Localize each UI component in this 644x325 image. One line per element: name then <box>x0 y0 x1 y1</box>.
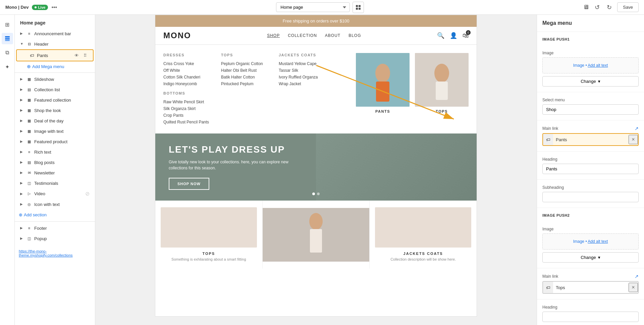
main-link-input-wrapper: 🏷 × <box>542 133 639 146</box>
live-dot <box>35 6 37 8</box>
collection-grid-preview: TOPS Something is exhilarating about a s… <box>155 201 477 269</box>
menu-link-wrap[interactable]: Wrap Jacket <box>279 80 326 87</box>
add-section-button[interactable]: ⊕ Add section <box>15 210 95 220</box>
sidebar-item-testimonials[interactable]: ▶ ◫ Testimonials <box>16 178 94 188</box>
sidebar-item-rich-text[interactable]: ▶ ≡ Rich text <box>16 147 94 157</box>
sidebar-item-popup[interactable]: ▶ ◫ Popup <box>16 233 94 243</box>
image-push1-placeholder[interactable]: Image • Add alt text <box>542 57 639 73</box>
menu-link-pintucked[interactable]: Pintucked Peplum <box>221 80 268 87</box>
sidebar-item-collection-list[interactable]: ▶ ▤ Collection list <box>16 85 94 95</box>
menu-link-peplum[interactable]: Peplum Organic Cotton <box>221 60 268 67</box>
sidebar-apps-icon[interactable]: ⧉ <box>2 47 13 58</box>
sidebar-item-slideshow[interactable]: ▶ ▦ Slideshow <box>16 74 94 84</box>
sidebar-item-newsletter[interactable]: ▶ ✉ Newsletter <box>16 168 94 178</box>
slideshow-cta-button[interactable]: SHOP NOW <box>169 178 209 190</box>
main-link2-input[interactable] <box>553 283 629 292</box>
image-push2-alt-text-link[interactable]: Add alt text <box>588 239 608 244</box>
sidebar-item-announcement-bar[interactable]: ▶ ≡ Announcement bar <box>16 29 94 39</box>
menu-link-cotton-silk[interactable]: Cotton Silk Chanderi <box>163 74 210 80</box>
menu-col-jackets-title: JACKETS COATS <box>279 53 326 57</box>
expand-icon: ▼ <box>20 42 24 46</box>
sidebar-item-icon-with-text[interactable]: ▶ ◎ Icon with text <box>16 199 94 209</box>
featured-product-label: Featured product <box>34 139 90 144</box>
more-menu-button[interactable]: ••• <box>51 4 57 10</box>
expand-icon: ▶ <box>20 119 24 123</box>
select-menu-input[interactable] <box>542 104 639 115</box>
sidebar-item-image-with-text[interactable]: ▶ ▦ Image with text <box>16 126 94 136</box>
account-icon[interactable]: 👤 <box>450 32 457 39</box>
popup-icon: ◫ <box>26 235 32 241</box>
link-input-icon: 🏷 <box>543 134 553 145</box>
image-push1-change-button[interactable]: Change ▾ <box>542 76 639 87</box>
nav-blog[interactable]: BLOG <box>348 33 361 38</box>
menu-link-batik[interactable]: Batik Halter Cotton <box>221 74 268 80</box>
slide-dot-2[interactable] <box>317 193 320 195</box>
sidebar-dashboard-icon[interactable]: ⊞ <box>2 19 13 30</box>
link2-input-icon: 🏷 <box>543 282 553 293</box>
menu-link-off-white[interactable]: Off White <box>163 67 210 74</box>
menu-link-criss-cross[interactable]: Criss Cross Yoke <box>163 60 210 67</box>
svg-rect-4 <box>5 36 10 38</box>
image-push1-alt-text-link[interactable]: Add alt text <box>588 63 608 68</box>
menu-link-ivory[interactable]: Ivory Ruffled Organza <box>279 74 326 80</box>
add-mega-menu-button[interactable]: ⊕ Add Mega menu <box>15 62 95 71</box>
undo-button[interactable]: ↺ <box>592 2 602 13</box>
slide-dot-1[interactable] <box>312 193 315 195</box>
external-link2-icon[interactable]: ↗ <box>635 274 639 279</box>
mega-menu-preview: DRESSES Criss Cross Yoke Off White Cotto… <box>155 45 477 133</box>
desktop-preview-icon[interactable]: 🖥 <box>583 4 589 11</box>
grid-view-button[interactable] <box>353 2 364 13</box>
sidebar-item-footer[interactable]: ▶ ≡ Footer <box>16 223 94 233</box>
sidebar-item-deal-of-the-day[interactable]: ▶ ▦ Deal of the day <box>16 116 94 126</box>
menu-link-crop-pants[interactable]: Crop Pants <box>163 112 210 119</box>
nav-about[interactable]: ABOUT <box>325 33 340 38</box>
heading2-section: Heading <box>537 300 644 325</box>
sidebar-item-blog-posts[interactable]: ▶ ▤ Blog posts <box>16 157 94 167</box>
main-link2-row: Main link ↗ <box>542 274 639 279</box>
sidebar-theme-icon[interactable]: ✦ <box>2 61 13 72</box>
search-icon[interactable]: 🔍 <box>437 32 444 39</box>
menu-link-raw-white[interactable]: Raw White Pencil Skirt <box>163 99 210 105</box>
video-eye-icon[interactable]: ⊘ <box>85 191 90 197</box>
image-push2-image-label: Image <box>542 227 639 231</box>
sidebar-item-featured-product[interactable]: ▶ ▦ Featured product <box>16 137 94 147</box>
video-icon: ▷ <box>26 191 32 197</box>
sidebar-item-pants[interactable]: 🏷 Pants 👁 ⠿ <box>16 49 94 61</box>
sidebar-sections-icon[interactable] <box>2 33 13 44</box>
menu-link-quilted[interactable]: Quilted Rust Pencil Pants <box>163 119 210 125</box>
store-url-link[interactable]: https://the-mono-theme.myshopify.com/col… <box>15 247 95 260</box>
image-push2-change-button[interactable]: Change ▾ <box>542 252 639 263</box>
nav-collection[interactable]: COLLECTION <box>288 33 317 38</box>
featured-collection-label: Featured collection <box>34 98 90 103</box>
external-link-icon[interactable]: ↗ <box>635 126 639 131</box>
image-push2-placeholder[interactable]: Image • Add alt text <box>542 233 639 250</box>
menu-link-mustard[interactable]: Mustard Yellow Cape <box>279 60 326 67</box>
pants-visibility-button[interactable]: 👁 <box>73 52 80 59</box>
nav-shop[interactable]: SHOP <box>267 33 280 38</box>
pants-drag-button[interactable]: ⠿ <box>82 52 89 59</box>
menu-link-indigo[interactable]: Indigo Honeycomb <box>163 80 210 87</box>
save-button[interactable]: Save <box>617 2 639 12</box>
preview-area: Free shipping on orders over $100 MONO S… <box>95 15 537 325</box>
cart-icon[interactable]: 🛍 0 <box>463 32 469 39</box>
menu-link-halter[interactable]: Halter Obi Belt Rust <box>221 67 268 74</box>
heading2-input[interactable] <box>542 312 639 322</box>
main-link2-clear-button[interactable]: × <box>629 283 638 292</box>
expand-icon: ▶ <box>20 77 24 81</box>
menu-link-silk-organza[interactable]: Silk Organza Skirt <box>163 105 210 112</box>
sidebar-item-header[interactable]: ▼ ⊟ Header <box>16 39 94 49</box>
undo-redo-group: ↺ ↻ <box>592 2 614 13</box>
heading-input[interactable] <box>542 164 639 174</box>
sidebar-item-shop-the-look[interactable]: ▶ ▦ Shop the look <box>16 105 94 115</box>
select-menu-label: Select menu <box>542 98 639 102</box>
sidebar-item-featured-collection[interactable]: ▶ ▦ Featured collection <box>16 95 94 105</box>
collection-item-jackets: JACKETS COATS Collection description wil… <box>370 201 477 269</box>
sidebar-item-video[interactable]: ▶ ▷ Video ⊘ <box>16 188 94 199</box>
expand-icon: ▶ <box>20 108 24 112</box>
main-link-input[interactable] <box>553 135 629 144</box>
redo-button[interactable]: ↻ <box>604 2 614 13</box>
main-link-clear-button[interactable]: × <box>629 135 638 144</box>
subheading-input[interactable] <box>542 192 639 202</box>
menu-link-tassar[interactable]: Tassar Silk <box>279 67 326 74</box>
page-selector[interactable]: Home page <box>276 2 350 12</box>
